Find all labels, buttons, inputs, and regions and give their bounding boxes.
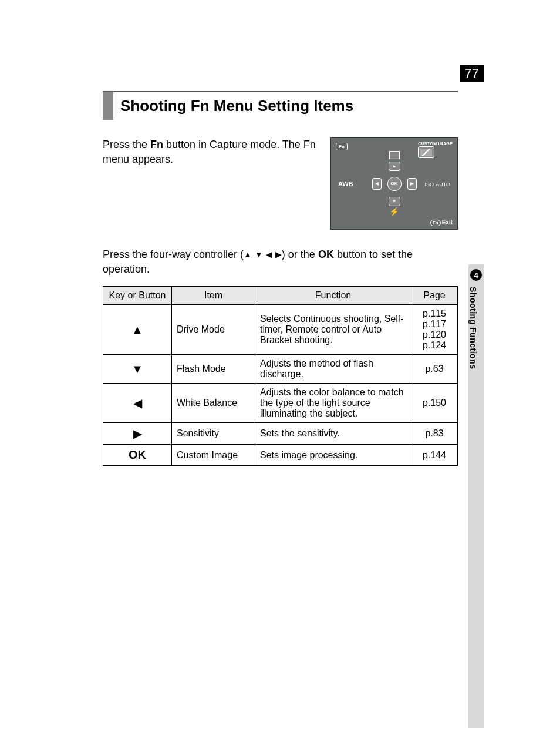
dpad-up-icon: ▲ — [389, 162, 400, 171]
func-cell: Adjusts the method of flash discharge. — [255, 355, 411, 384]
table-row: ▼ Flash Mode Adjusts the method of flash… — [103, 355, 458, 384]
key-right-icon: ▶ — [103, 423, 172, 445]
col-page: Page — [411, 287, 458, 305]
page-cell: p.150 — [411, 384, 458, 423]
flash-icon: ⚡ — [389, 207, 399, 216]
table-row: ▶ Sensitivity Sets the sensitivity. p.83 — [103, 423, 458, 445]
dpad-left-icon: ◀ — [372, 178, 382, 190]
key-up-icon: ▲ — [103, 305, 172, 355]
func-cell: Sets the sensitivity. — [255, 423, 411, 445]
dpad-right-icon: ▶ — [407, 178, 417, 190]
chapter-tab: 4 Shooting Functions — [468, 264, 484, 728]
func-cell: Sets image processing. — [255, 445, 411, 466]
lcd-exit-label: FnExit — [430, 219, 453, 226]
item-cell: Flash Mode — [172, 355, 255, 384]
page-cell: p.63 — [411, 355, 458, 384]
item-cell: Drive Mode — [172, 305, 255, 355]
col-item: Item — [172, 287, 255, 305]
lcd-custom-image-label: CUSTOM IMAGE — [418, 142, 453, 158]
table-row: ◀ White Balance Adjusts the color balanc… — [103, 384, 458, 423]
dpad-down-icon: ▼ — [389, 197, 400, 206]
heading-text: Shooting Fn Menu Setting Items — [113, 92, 353, 120]
up-arrow-icon: ▲ — [244, 249, 252, 261]
page-cell: p.144 — [411, 445, 458, 466]
lcd-fn-indicator: Fn — [336, 143, 348, 150]
table-row: OK Custom Image Sets image processing. p… — [103, 445, 458, 466]
key-ok-label: OK — [103, 445, 172, 466]
chapter-number-badge: 4 — [470, 269, 482, 281]
item-cell: White Balance — [172, 384, 255, 423]
item-cell: Custom Image — [172, 445, 255, 466]
key-down-icon: ▼ — [103, 355, 172, 384]
settings-table: Key or Button Item Function Page ▲ Drive… — [103, 286, 458, 466]
item-cell: Sensitivity — [172, 423, 255, 445]
drive-mode-icon — [389, 151, 400, 159]
dpad-control: ▲ ▼ ◀ ▶ OK — [374, 163, 415, 204]
section-heading: Shooting Fn Menu Setting Items — [103, 91, 458, 120]
heading-accent — [103, 92, 113, 120]
table-row: ▲ Drive Mode Selects Continuous shooting… — [103, 305, 458, 355]
lcd-illustration: Fn CUSTOM IMAGE AWB ISO AUTO ▲ ▼ ◀ ▶ OK … — [330, 137, 458, 230]
intro-paragraph: Press the Fn button in Capture mode. The… — [103, 137, 320, 230]
func-cell: Selects Continuous shooting, Self-timer,… — [255, 305, 411, 355]
page-cell: p.115 p.117 p.120 p.124 — [411, 305, 458, 355]
key-left-icon: ◀ — [103, 384, 172, 423]
page-number: 77 — [460, 65, 484, 82]
custom-image-icon — [418, 146, 434, 158]
page-cell: p.83 — [411, 423, 458, 445]
col-func: Function — [255, 287, 411, 305]
col-key: Key or Button — [103, 287, 172, 305]
table-header-row: Key or Button Item Function Page — [103, 287, 458, 305]
dpad-ok-icon: OK — [387, 177, 402, 191]
left-arrow-icon: ◀ — [266, 249, 272, 261]
down-arrow-icon: ▼ — [255, 249, 263, 261]
chapter-title: Shooting Functions — [468, 287, 478, 369]
lcd-awb-label: AWB — [338, 180, 353, 187]
lcd-iso-label: ISO AUTO — [425, 180, 450, 187]
instruction-paragraph: Press the four-way controller (▲ ▼ ◀ ▶) … — [103, 247, 458, 277]
func-cell: Adjusts the color balance to match the t… — [255, 384, 411, 423]
right-arrow-icon: ▶ — [275, 249, 282, 261]
page-content: Shooting Fn Menu Setting Items Press the… — [103, 91, 458, 466]
